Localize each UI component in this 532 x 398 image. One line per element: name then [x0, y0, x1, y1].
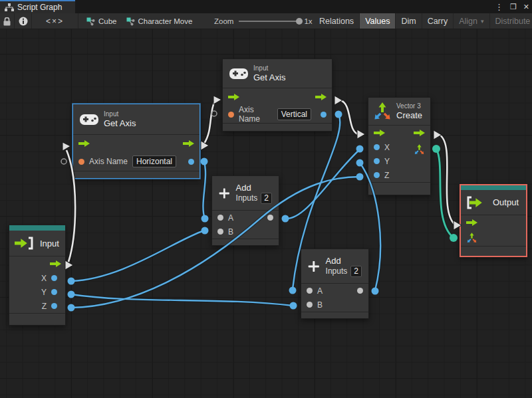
graph-toolbar: <×> Cube Character Move	[0, 13, 532, 29]
lock-icon	[3, 17, 11, 26]
flow-output-port[interactable]	[315, 94, 327, 100]
node-title: Get Axis	[253, 72, 285, 82]
node-footer	[73, 171, 200, 178]
breadcrumb-character-move[interactable]: Character Move	[126, 17, 193, 26]
maximize-icon[interactable]: ❒	[510, 3, 517, 11]
breadcrumb-label: Character Move	[138, 17, 193, 25]
flow-output-port[interactable]	[50, 260, 61, 267]
value-input-port-a[interactable]	[217, 215, 223, 221]
node-header: Input	[9, 231, 65, 256]
zoom-slider[interactable]	[239, 21, 299, 22]
close-icon[interactable]: ✕	[523, 3, 529, 11]
port-row-b: B	[212, 225, 279, 239]
string-input-port[interactable]	[78, 159, 84, 165]
flow-row	[368, 126, 430, 140]
flow-input-port[interactable]	[374, 130, 385, 136]
node-get-axis-horizontal[interactable]: Input Get Axis Axis Name Horizontal	[72, 104, 200, 179]
node-get-axis-vertical[interactable]: Input Get Axis Axis Name Vertical	[222, 58, 332, 132]
tab-script-graph[interactable]: Script Graph	[0, 0, 75, 13]
value-output-port-x[interactable]	[51, 275, 57, 281]
flow-input-row	[461, 215, 526, 230]
plus-icon	[308, 258, 320, 274]
value-output-port-y[interactable]	[51, 289, 57, 295]
value-input-port-b[interactable]	[217, 229, 223, 235]
node-title: Create	[396, 110, 422, 120]
info-icon	[19, 17, 28, 26]
menu-icon[interactable]: ⋮	[495, 2, 503, 12]
flow-input-port[interactable]	[228, 94, 239, 100]
node-footer	[223, 123, 332, 130]
node-header: Add Inputs 2	[212, 176, 279, 211]
zoom-value: 1x	[304, 17, 312, 25]
tab-title: Script Graph	[17, 3, 62, 12]
node-header: Input Get Axis	[223, 59, 332, 88]
port-row-y: Y	[9, 285, 65, 299]
port-row-b: B	[301, 298, 368, 312]
node-header: Vector 3 Create	[368, 98, 430, 126]
graph-hierarchy-icon	[5, 3, 14, 12]
port-row-x: X	[368, 140, 430, 154]
carry-button[interactable]: Carry	[422, 13, 454, 29]
flow-input-port[interactable]	[466, 219, 477, 226]
node-footer	[461, 246, 526, 252]
value-input-port-a[interactable]	[307, 288, 313, 294]
relations-button[interactable]: Relations	[314, 13, 360, 29]
window-controls: ⋮ ❒ ✕	[495, 0, 529, 13]
value-input-port-b[interactable]	[307, 302, 313, 308]
graph-input-icon	[15, 236, 35, 250]
axis-name-field[interactable]: Horizontal	[132, 155, 176, 167]
plus-icon	[219, 185, 230, 201]
value-output-port[interactable]	[267, 215, 273, 221]
param-row: Axis Name Horizontal	[73, 152, 200, 171]
value-input-port-y[interactable]	[374, 158, 380, 164]
lock-button[interactable]	[0, 13, 15, 29]
flow-input-port[interactable]	[78, 140, 90, 147]
node-footer	[9, 313, 65, 321]
node-header: Add Inputs 2	[301, 249, 368, 284]
node-header: Input Get Axis	[73, 104, 200, 135]
zoom-label: Zoom	[214, 17, 233, 25]
flow-row	[73, 135, 200, 152]
zoom-slider-handle[interactable]	[296, 18, 303, 25]
node-title: Add	[326, 256, 362, 266]
flow-output-port[interactable]	[414, 130, 425, 136]
port-row-z: Z	[368, 168, 430, 182]
flow-output-row	[9, 256, 65, 271]
script-graph-window: Script Graph ⋮ ❒ ✕ <×>	[0, 0, 532, 398]
flow-output-port[interactable]	[183, 140, 194, 147]
info-button[interactable]	[15, 13, 32, 29]
subgraph-icon	[86, 17, 95, 26]
node-add-1[interactable]: Add Inputs 2 A B	[211, 175, 279, 246]
string-input-port[interactable]	[228, 112, 234, 118]
value-output-port-z[interactable]	[51, 303, 57, 309]
inputs-count-field[interactable]: 2	[261, 193, 272, 204]
value-input-port-z[interactable]	[374, 172, 380, 178]
vector3-input-port[interactable]	[466, 232, 477, 244]
dim-button[interactable]: Dim	[396, 13, 422, 29]
align-dropdown[interactable]: Align ▾	[454, 13, 489, 29]
node-add-2[interactable]: Add Inputs 2 A B	[301, 249, 369, 319]
node-title: Add	[236, 183, 272, 193]
node-category: Vector 3	[396, 102, 422, 110]
distribute-dropdown[interactable]: Distribute ▾	[490, 13, 532, 29]
value-output-port[interactable]	[357, 288, 363, 294]
vector3-output-port[interactable]	[414, 144, 425, 155]
axis-name-field[interactable]: Vertical	[277, 108, 311, 120]
gamepad-icon	[229, 68, 248, 79]
value-output-port[interactable]	[321, 112, 327, 118]
node-accent-strip	[461, 185, 526, 190]
node-graph-input[interactable]: Input X Y Z	[9, 225, 66, 326]
node-graph-output[interactable]: Output	[460, 184, 527, 257]
graph-output-icon	[466, 195, 487, 210]
breadcrumb-cube[interactable]: Cube	[86, 17, 117, 26]
value-output-port[interactable]	[188, 159, 194, 165]
inputs-count-field[interactable]: 2	[350, 266, 362, 277]
values-button[interactable]: Values	[360, 13, 396, 29]
node-vector3-create[interactable]: Vector 3 Create X Y Z	[368, 97, 431, 195]
node-title: Output	[493, 197, 519, 207]
breadcrumb-label: Cube	[98, 17, 117, 25]
value-input-port-x[interactable]	[374, 144, 380, 150]
node-footer	[368, 182, 430, 189]
node-header: Output	[461, 190, 526, 215]
graph-pointer-button[interactable]: <×>	[32, 13, 78, 29]
